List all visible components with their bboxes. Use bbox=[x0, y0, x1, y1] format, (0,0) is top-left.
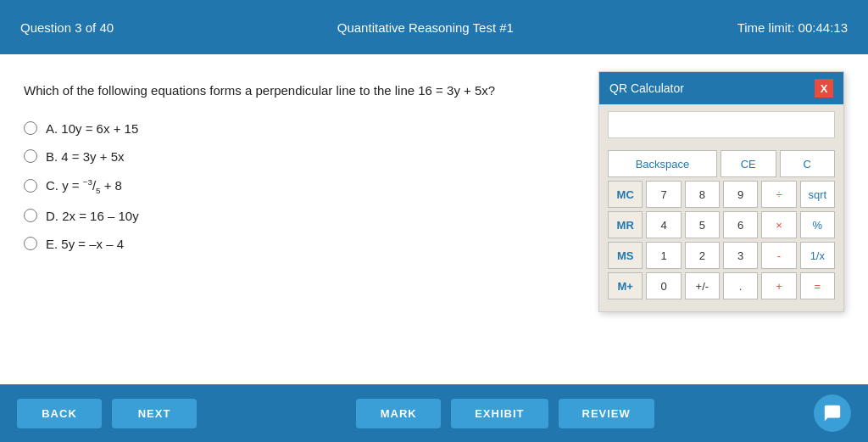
calc-multiply[interactable]: × bbox=[761, 211, 796, 238]
calc-3[interactable]: 3 bbox=[723, 242, 758, 269]
calc-8[interactable]: 8 bbox=[685, 181, 720, 208]
calc-equals[interactable]: = bbox=[800, 272, 835, 299]
footer-left: BACK NEXT bbox=[17, 399, 197, 428]
calc-mplus[interactable]: M+ bbox=[608, 272, 643, 299]
calc-subtract[interactable]: - bbox=[761, 242, 796, 269]
calc-divide[interactable]: ÷ bbox=[761, 181, 796, 208]
chat-button[interactable] bbox=[814, 394, 851, 432]
calc-plusminus[interactable]: +/- bbox=[685, 272, 720, 299]
calc-percent[interactable]: % bbox=[800, 211, 835, 238]
chat-icon bbox=[823, 404, 842, 422]
back-button[interactable]: BACK bbox=[17, 399, 102, 428]
footer: BACK NEXT MARK EXHIBIT REVIEW bbox=[0, 384, 868, 442]
calc-reciprocal[interactable]: 1/x bbox=[800, 242, 835, 269]
calc-header: QR Calculator X bbox=[599, 72, 843, 104]
calc-display[interactable] bbox=[608, 111, 835, 138]
calc-ce[interactable]: CE bbox=[721, 150, 776, 177]
calc-row-2: MC 7 8 9 ÷ sqrt bbox=[608, 181, 835, 208]
calc-6[interactable]: 6 bbox=[723, 211, 758, 238]
calc-title: QR Calculator bbox=[609, 81, 684, 95]
calc-mr[interactable]: MR bbox=[608, 211, 643, 238]
radio-d[interactable] bbox=[24, 209, 37, 222]
calc-7[interactable]: 7 bbox=[646, 181, 681, 208]
option-a-label: A. 10y = 6x + 15 bbox=[46, 121, 138, 136]
footer-right bbox=[814, 394, 851, 432]
mark-button[interactable]: MARK bbox=[356, 399, 441, 428]
calculator: QR Calculator X Backspace CE C MC 7 8 9 … bbox=[598, 71, 844, 312]
calc-c[interactable]: C bbox=[780, 150, 836, 177]
radio-a[interactable] bbox=[24, 121, 37, 135]
calc-5[interactable]: 5 bbox=[685, 211, 720, 238]
radio-e[interactable] bbox=[24, 237, 37, 250]
calc-sqrt[interactable]: sqrt bbox=[800, 181, 835, 208]
option-b-label: B. 4 = 3y + 5x bbox=[46, 149, 125, 164]
option-c-label: C. y = −3/5 + 8 bbox=[46, 177, 122, 195]
calc-row-3: MR 4 5 6 × % bbox=[608, 211, 835, 238]
calc-ms[interactable]: MS bbox=[608, 242, 643, 269]
calc-close-button[interactable]: X bbox=[815, 79, 833, 98]
test-title: Quantitative Reasoning Test #1 bbox=[337, 20, 514, 35]
calc-add[interactable]: + bbox=[761, 272, 796, 299]
calc-backspace[interactable]: Backspace bbox=[608, 150, 717, 177]
calc-row-4: MS 1 2 3 - 1/x bbox=[608, 242, 835, 269]
calc-9[interactable]: 9 bbox=[723, 181, 758, 208]
calc-2[interactable]: 2 bbox=[685, 242, 720, 269]
header: Question 3 of 40 Quantitative Reasoning … bbox=[0, 0, 868, 54]
option-d-label: D. 2x = 16 – 10y bbox=[46, 209, 139, 223]
review-button[interactable]: REVIEW bbox=[559, 399, 654, 428]
radio-c[interactable] bbox=[24, 179, 37, 193]
time-limit: Time limit: 00:44:13 bbox=[737, 20, 848, 35]
option-e-label: E. 5y = –x – 4 bbox=[46, 237, 124, 251]
calc-row-1: Backspace CE C bbox=[608, 150, 835, 177]
footer-center: MARK EXHIBIT REVIEW bbox=[356, 399, 654, 428]
calc-row-5: M+ 0 +/- . + = bbox=[608, 272, 835, 299]
calc-1[interactable]: 1 bbox=[646, 242, 681, 269]
calc-4[interactable]: 4 bbox=[646, 211, 681, 238]
next-button[interactable]: NEXT bbox=[112, 399, 197, 428]
question-counter: Question 3 of 40 bbox=[20, 20, 114, 35]
main-content: Which of the following equations forms a… bbox=[0, 54, 868, 384]
calc-mc[interactable]: MC bbox=[608, 181, 643, 208]
exhibit-button[interactable]: EXHIBIT bbox=[451, 399, 548, 428]
radio-b[interactable] bbox=[24, 149, 37, 163]
calc-buttons: Backspace CE C MC 7 8 9 ÷ sqrt MR 4 5 6 … bbox=[599, 145, 843, 311]
calc-0[interactable]: 0 bbox=[646, 272, 681, 299]
calc-decimal[interactable]: . bbox=[723, 272, 758, 299]
